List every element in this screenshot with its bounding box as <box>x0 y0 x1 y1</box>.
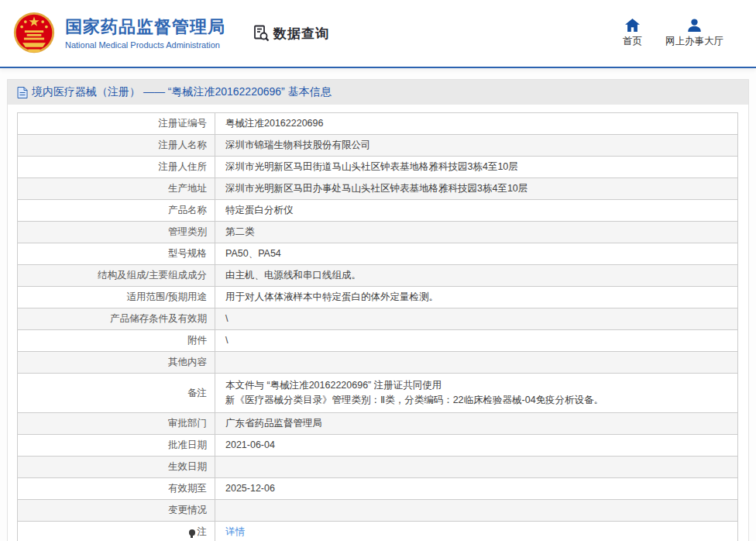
nav-service-hall[interactable]: 网上办事大厅 <box>665 19 723 48</box>
nav-home[interactable]: 首页 <box>623 19 642 48</box>
row-value: 广东省药品监督管理局 <box>215 413 738 435</box>
table-row: 产品名称特定蛋白分析仪 <box>18 200 738 222</box>
site-title: 国家药品监督管理局 <box>65 17 225 37</box>
table-row: 管理类别第二类 <box>18 222 738 243</box>
row-label: 审批部门 <box>18 413 215 435</box>
row-label: 型号规格 <box>18 243 215 265</box>
top-nav: 首页 网上办事大厅 <box>623 19 723 48</box>
row-value: 深圳市光明新区马田办事处马山头社区钟表基地格雅科技园3栋4至10层 <box>215 178 738 200</box>
row-label: 批准日期 <box>18 435 215 457</box>
page-title-bar: 境内医疗器械（注册） —— “粤械注准20162220696” 基本信息 <box>8 80 748 105</box>
row-label: 结构及组成/主要组成成分 <box>18 265 215 287</box>
row-label: 注册人住所 <box>18 157 215 178</box>
row-value <box>215 500 738 522</box>
registration-info-table-wrap: 注册证编号粤械注准20162220696注册人名称深圳市锦瑞生物科技股份有限公司… <box>17 112 738 541</box>
document-search-icon <box>252 24 270 43</box>
page-title: 境内医疗器械（注册） —— “粤械注准20162220696” 基本信息 <box>32 85 332 99</box>
page-icon <box>17 87 28 98</box>
table-row: 生产地址深圳市光明新区马田办事处马山头社区钟表基地格雅科技园3栋4至10层 <box>18 178 738 200</box>
row-label: 注 <box>18 522 215 541</box>
row-value: 特定蛋白分析仪 <box>215 200 738 222</box>
row-value <box>215 457 738 478</box>
site-subtitle: National Medical Products Administration <box>65 40 225 50</box>
row-value: 用于对人体体液样本中特定蛋白的体外定量检测。 <box>215 287 738 308</box>
table-row: 型号规格PA50、PA54 <box>18 243 738 265</box>
row-value: 2025-12-06 <box>215 478 738 500</box>
table-row: 其他内容 <box>18 352 738 374</box>
row-value: \ <box>215 330 738 352</box>
row-label: 生产地址 <box>18 178 215 200</box>
nav-service-hall-label: 网上办事大厅 <box>665 35 723 48</box>
table-row: 备注本文件与 “粤械注准20162220696” 注册证共同使用新《医疗器械分类… <box>18 374 738 413</box>
table-row: 注详情 <box>18 522 738 541</box>
row-value <box>215 352 738 374</box>
row-value: PA50、PA54 <box>215 243 738 265</box>
row-label: 其他内容 <box>18 352 215 374</box>
row-value: 由主机、电源线和串口线组成。 <box>215 265 738 287</box>
site-logo[interactable]: 国家药品监督管理局 National Medical Products Admi… <box>12 11 225 56</box>
table-row: 生效日期 <box>18 457 738 478</box>
row-label: 变更情况 <box>18 500 215 522</box>
row-label: 产品储存条件及有效期 <box>18 308 215 330</box>
row-value: 粤械注准20162220696 <box>215 113 738 135</box>
row-label: 注册证编号 <box>18 113 215 135</box>
row-label: 产品名称 <box>18 200 215 222</box>
row-value: 深圳市光明新区马田街道马山头社区钟表基地格雅科技园3栋4至10层 <box>215 157 738 178</box>
data-query-label[interactable]: 数据查询 <box>252 24 329 43</box>
row-label: 有效期至 <box>18 478 215 500</box>
details-link[interactable]: 详情 <box>225 526 245 537</box>
row-value: \ <box>215 308 738 330</box>
row-label: 附件 <box>18 330 215 352</box>
table-row: 批准日期2021-06-04 <box>18 435 738 457</box>
table-row: 注册证编号粤械注准20162220696 <box>18 113 738 135</box>
nav-home-label: 首页 <box>623 35 642 48</box>
row-value: 2021-06-04 <box>215 435 738 457</box>
table-row: 注册人住所深圳市光明新区马田街道马山头社区钟表基地格雅科技园3栋4至10层 <box>18 157 738 178</box>
table-row: 变更情况 <box>18 500 738 522</box>
row-value: 第二类 <box>215 222 738 243</box>
row-label: 管理类别 <box>18 222 215 243</box>
home-icon <box>625 19 640 32</box>
table-row: 适用范围/预期用途用于对人体体液样本中特定蛋白的体外定量检测。 <box>18 287 738 308</box>
national-emblem-icon <box>12 11 56 56</box>
site-header: 国家药品监督管理局 National Medical Products Admi… <box>0 0 756 68</box>
content-panel: 境内医疗器械（注册） —— “粤械注准20162220696” 基本信息 注册证… <box>7 79 749 541</box>
row-label: 注册人名称 <box>18 135 215 157</box>
info-table-body: 注册证编号粤械注准20162220696注册人名称深圳市锦瑞生物科技股份有限公司… <box>18 113 738 541</box>
row-value: 深圳市锦瑞生物科技股份有限公司 <box>215 135 738 157</box>
user-icon <box>687 19 702 32</box>
table-row: 附件\ <box>18 330 738 352</box>
row-label: 适用范围/预期用途 <box>18 287 215 308</box>
table-row: 注册人名称深圳市锦瑞生物科技股份有限公司 <box>18 135 738 157</box>
row-label: 生效日期 <box>18 457 215 478</box>
bulb-icon <box>189 529 195 536</box>
row-value: 本文件与 “粤械注准20162220696” 注册证共同使用新《医疗器械分类目录… <box>215 374 738 413</box>
row-label: 备注 <box>18 374 215 413</box>
row-value: 详情 <box>215 522 738 541</box>
table-row: 有效期至2025-12-06 <box>18 478 738 500</box>
table-row: 审批部门广东省药品监督管理局 <box>18 413 738 435</box>
table-row: 结构及组成/主要组成成分由主机、电源线和串口线组成。 <box>18 265 738 287</box>
table-row: 产品储存条件及有效期\ <box>18 308 738 330</box>
registration-info-table: 注册证编号粤械注准20162220696注册人名称深圳市锦瑞生物科技股份有限公司… <box>17 112 738 541</box>
